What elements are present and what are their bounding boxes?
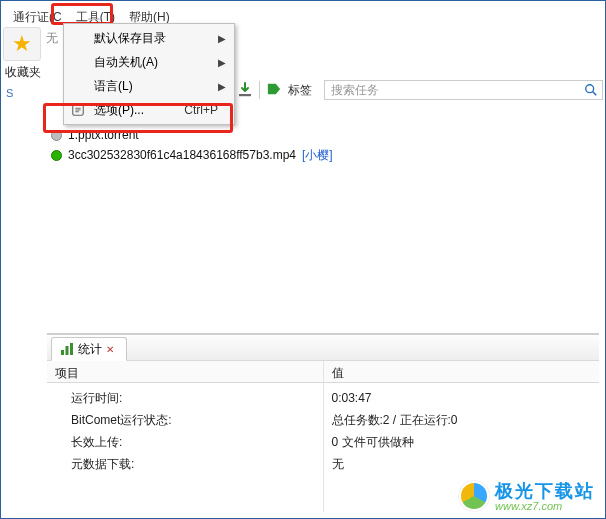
sidebar-s: S — [1, 87, 45, 99]
favorites-label: 收藏夹 — [1, 63, 45, 81]
stat-label: 元数据下载: — [71, 453, 315, 475]
tools-dropdown: 无 默认保存目录 ▶ 自动关机(A) ▶ 语言(L) ▶ 选项(P)... Ct… — [63, 23, 235, 125]
stat-label: 运行时间: — [71, 387, 315, 409]
stat-label: 长效上传: — [71, 431, 315, 453]
menu-default-save-dir[interactable]: 默认保存目录 ▶ — [64, 26, 234, 50]
menu-label: 选项(P)... — [94, 102, 144, 119]
toolbar: 标签 — [237, 79, 603, 101]
status-dot-active-icon — [51, 150, 62, 161]
stat-value: 总任务数:2 / 正在运行:0 — [332, 409, 592, 431]
svg-rect-1 — [239, 94, 251, 96]
separator — [259, 81, 260, 99]
file-name: 1.pptx.torrent — [68, 128, 139, 142]
svg-rect-4 — [61, 350, 64, 355]
tab-label: 统计 — [78, 341, 102, 358]
submenu-caret-icon: ▶ — [218, 33, 226, 44]
submenu-caret-icon: ▶ — [218, 81, 226, 92]
tab-close-icon[interactable]: ✕ — [106, 344, 114, 355]
stat-value: 0 文件可供做种 — [332, 431, 592, 453]
bottom-panel: 统计 ✕ 项目 运行时间: BitComet运行状态: 长效上传: 元数据下载:… — [47, 333, 599, 512]
stat-label: BitComet运行状态: — [71, 409, 315, 431]
menu-options[interactable]: 选项(P)... Ctrl+P — [64, 98, 234, 122]
file-tag: [小樱] — [302, 147, 333, 164]
menu-label: 语言(L) — [94, 78, 133, 95]
svg-rect-6 — [70, 343, 73, 355]
stat-value: 无 — [332, 453, 592, 475]
menu-pass[interactable]: 通行证(C — [7, 7, 68, 28]
menu-language[interactable]: 语言(L) ▶ — [64, 74, 234, 98]
stat-value: 0:03:47 — [332, 387, 592, 409]
col-header-item: 项目 — [47, 361, 323, 383]
tab-stats[interactable]: 统计 ✕ — [51, 337, 127, 361]
stats-col-right: 值 0:03:47 总任务数:2 / 正在运行:0 0 文件可供做种 无 — [324, 361, 600, 512]
col-header-value: 值 — [324, 361, 600, 383]
search-box — [324, 80, 603, 100]
list-item[interactable]: 3cc302532830f61c4a18436168ff57b3.mp4 [小樱… — [47, 145, 599, 165]
tag-icon[interactable] — [266, 82, 282, 99]
menu-label: 默认保存目录 — [94, 30, 166, 47]
menu-auto-shutdown[interactable]: 自动关机(A) ▶ — [64, 50, 234, 74]
tag-label: 标签 — [288, 82, 312, 99]
menu-label: 自动关机(A) — [94, 54, 158, 71]
submenu-caret-icon: ▶ — [218, 57, 226, 68]
file-name: 3cc302532830f61c4a18436168ff57b3.mp4 — [68, 148, 296, 162]
svg-line-3 — [593, 92, 597, 96]
stats-col-left: 项目 运行时间: BitComet运行状态: 长效上传: 元数据下载: — [47, 361, 324, 512]
download-icon[interactable] — [237, 82, 253, 98]
unlabeled-left-text: 无 — [46, 30, 58, 47]
favorites-star-icon[interactable]: ★ — [3, 27, 41, 61]
search-icon[interactable] — [583, 82, 599, 98]
settings-icon — [70, 102, 86, 118]
bottom-tabs: 统计 ✕ — [47, 335, 599, 361]
stats-icon — [60, 342, 74, 356]
task-list: 1.pptx.torrent 3cc302532830f61c4a1843616… — [47, 125, 599, 311]
sidebar: ★ 收藏夹 S — [1, 25, 45, 125]
list-item[interactable]: 1.pptx.torrent — [47, 125, 599, 145]
svg-rect-5 — [66, 346, 69, 355]
status-dot-idle-icon — [51, 130, 62, 141]
search-input[interactable] — [331, 83, 580, 97]
svg-point-2 — [586, 85, 594, 93]
menu-shortcut: Ctrl+P — [184, 103, 218, 117]
